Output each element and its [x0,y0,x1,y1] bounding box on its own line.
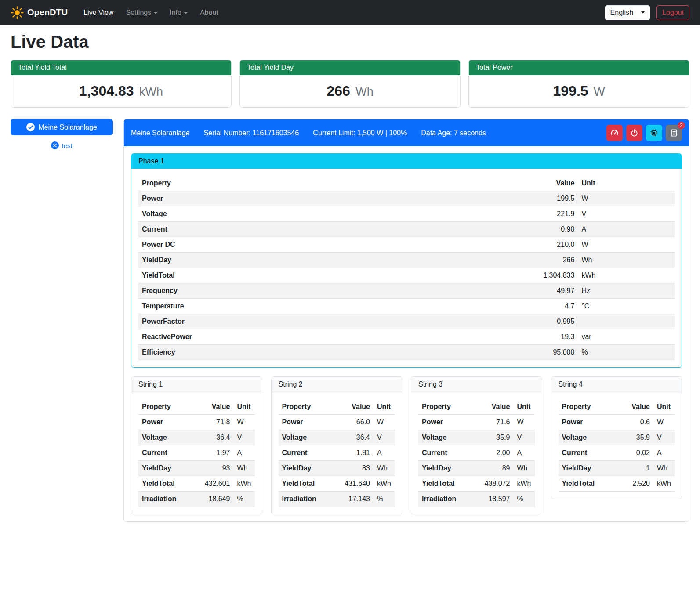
property-cell: YieldTotal [279,476,331,492]
unit-cell: A [514,445,535,461]
string-2-title: String 2 [272,377,402,392]
unit-cell: Wh [234,461,255,476]
top-navbar: OpenDTU Live View Settings Info About En… [0,0,700,25]
unit-cell: % [578,345,675,360]
brand-label: OpenDTU [27,7,68,18]
table-row: YieldTotal1,304.833kWh [138,268,675,283]
table-row: Voltage36.4V [279,430,395,445]
unit-cell: % [234,492,255,507]
property-cell: YieldDay [138,253,380,268]
table-row: Current1.81A [279,445,395,461]
table-header-row: Property Value Unit [279,399,395,415]
inverter-item-test-label: test [62,142,72,149]
property-cell: Temperature [138,299,380,314]
property-cell: YieldTotal [559,476,611,492]
language-value: English [610,9,633,17]
unit-cell: A [578,222,675,237]
inverter-select-button[interactable]: Meine Solaranlage [11,119,113,135]
string-1-title: String 1 [131,377,262,392]
inverter-card: Meine Solaranlage Serial Number: 1161716… [123,119,689,522]
value-cell: 2.520 [611,476,653,492]
nav-live-view[interactable]: Live View [78,5,119,20]
value-header: Value [191,399,233,415]
unit-cell: A [653,445,675,461]
value-cell: 36.4 [191,430,233,445]
unit-cell: var [578,329,675,345]
property-cell: Irradiation [418,492,471,507]
total-power-card: Total Power 199.5 W [468,60,689,108]
unit-cell: Wh [374,461,395,476]
power-button[interactable] [626,125,642,141]
inverter-content: Meine Solaranlage Serial Number: 1161716… [123,119,689,522]
string-2-table: Property Value Unit Power66.0WVoltage36.… [279,399,395,507]
value-cell: 210.0 [380,237,578,253]
unit-cell: V [514,430,535,445]
card-title: Total Yield Day [240,60,460,75]
unit-cell: °C [578,299,675,314]
brand[interactable]: OpenDTU [11,6,68,19]
logout-button[interactable]: Logout [656,5,689,20]
value-cell: 4.7 [380,299,578,314]
table-row: YieldTotal2.520kWh [559,476,675,492]
nav-about-label: About [200,9,218,17]
chevron-down-icon [154,12,157,14]
page-container: Live Data Total Yield Total 1,304.83 kWh… [0,32,700,532]
value-cell: 199.5 [380,191,578,206]
value-header: Value [611,399,653,415]
property-header: Property [138,399,191,415]
journal-icon [670,129,678,137]
value-cell: 431.640 [331,476,374,492]
value-cell: 49.97 [380,283,578,299]
language-select[interactable]: English [605,5,650,20]
limit-settings-button[interactable] [606,125,623,141]
total-power-value: 199.5 [553,83,588,99]
string-3-title: String 3 [411,377,542,392]
unit-cell: W [514,415,535,430]
page-title: Live Data [11,32,689,52]
card-body: 266 Wh [240,75,460,107]
unit-cell: Wh [514,461,535,476]
table-row: PowerFactor0.995 [138,314,675,329]
string-1-body: Property Value Unit Power71.8WVoltage36.… [131,392,262,514]
nav-info[interactable]: Info [164,5,193,20]
string-4-table: Property Value Unit Power0.6WVoltage35.9… [559,399,675,492]
table-header-row: Property Value Unit [418,399,535,415]
nav-settings[interactable]: Settings [120,5,163,20]
property-header: Property [279,399,331,415]
property-cell: Voltage [279,430,331,445]
property-cell: Voltage [138,206,380,222]
x-circle-icon [51,141,59,149]
phase-1-body: Property Value Unit Power199.5WVoltage22… [131,169,682,367]
table-row: Frequency49.97Hz [138,283,675,299]
inverter-name: Meine Solaranlage [131,129,189,137]
property-cell: YieldDay [138,461,191,476]
unit-cell: % [374,492,395,507]
table-row: YieldDay1Wh [559,461,675,476]
nav-about[interactable]: About [195,5,224,20]
property-cell: YieldDay [418,461,471,476]
chevron-down-icon [641,11,645,14]
unit-cell: kWh [374,476,395,492]
property-cell: Current [559,445,611,461]
chevron-down-icon [184,12,188,14]
device-info-button[interactable] [646,125,662,141]
unit-cell: W [234,415,255,430]
value-cell: 71.6 [471,415,513,430]
value-cell: 266 [380,253,578,268]
value-cell: 89 [471,461,513,476]
value-cell: 83 [331,461,374,476]
unit-cell: kWh [578,268,675,283]
value-cell: 18.597 [471,492,513,507]
table-row: YieldDay266Wh [138,253,675,268]
unit-cell: W [578,237,675,253]
inverter-item-test[interactable]: test [11,141,113,149]
total-power-unit: W [594,85,605,98]
unit-cell: V [374,430,395,445]
value-cell: 18.649 [191,492,233,507]
table-row: YieldTotal431.640kWh [279,476,395,492]
unit-cell: kWh [653,476,675,492]
property-cell: ReactivePower [138,329,380,345]
property-cell: Efficiency [138,345,380,360]
event-log-button[interactable]: 2 [666,125,682,141]
value-cell: 1 [611,461,653,476]
